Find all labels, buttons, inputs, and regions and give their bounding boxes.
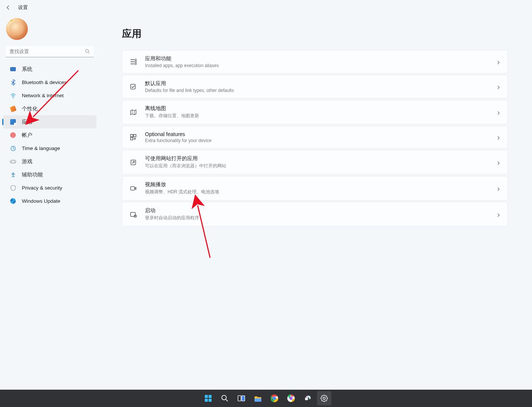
svg-rect-9 — [135, 63, 137, 65]
svg-point-6 — [12, 172, 14, 173]
card-title: 可使用网站打开的应用 — [145, 155, 489, 162]
apps-websites-icon — [129, 158, 137, 167]
window-title: 设置 — [18, 4, 28, 11]
sidebar-item--[interactable]: 个性化 — [3, 102, 96, 115]
svg-point-5 — [14, 162, 15, 162]
taskview-button[interactable] — [234, 391, 248, 405]
card-title: 默认应用 — [145, 80, 489, 87]
system-icon — [10, 66, 16, 72]
chevron-right-icon — [496, 186, 501, 191]
paint-app[interactable] — [300, 391, 315, 405]
back-button[interactable] — [5, 5, 11, 11]
personalize-icon — [10, 106, 16, 112]
card-title: 应用和功能 — [145, 55, 489, 62]
svg-rect-22 — [205, 399, 208, 402]
card-apps-features[interactable]: 应用和功能Installed apps, app execution alias… — [122, 50, 508, 73]
accounts-icon — [10, 132, 16, 138]
sidebar-item--[interactable]: 帐户 — [3, 129, 96, 142]
card-offline-maps[interactable]: 离线地图下载、存储位置、地图更新 — [122, 100, 508, 124]
offline-maps-icon — [129, 108, 137, 116]
default-apps-icon — [129, 83, 137, 91]
sidebar-item-label: Time & language — [22, 145, 60, 151]
time-lang-icon — [10, 145, 16, 151]
sidebar-item-label: 帐户 — [22, 132, 32, 139]
settings-cards: 应用和功能Installed apps, app execution alias… — [122, 50, 508, 226]
svg-rect-3 — [10, 160, 16, 163]
titlebar: 设置 — [0, 0, 532, 15]
search-box[interactable] — [6, 46, 94, 57]
sidebar-item--[interactable]: 游戏 — [3, 155, 96, 168]
search-button[interactable] — [218, 391, 232, 405]
sidebar-item-windows-update[interactable]: Windows Update — [3, 194, 96, 208]
svg-point-39 — [323, 397, 325, 399]
svg-rect-20 — [205, 395, 208, 398]
gaming-icon — [10, 158, 16, 165]
svg-rect-16 — [131, 212, 136, 216]
sidebar-item-label: 系统 — [22, 66, 32, 73]
sidebar-item-label: Privacy & security — [22, 185, 62, 191]
card-apps-websites[interactable]: 可使用网站打开的应用可以在应用（而非浏览器）中打开的网站 — [122, 150, 508, 174]
start-button[interactable] — [201, 391, 215, 405]
bluetooth-icon — [10, 79, 16, 86]
arrow-left-icon — [6, 5, 11, 10]
card-default-apps[interactable]: 默认应用Defaults for file and link types, ot… — [122, 75, 508, 98]
apps-icon — [10, 119, 16, 125]
chevron-right-icon — [496, 84, 501, 89]
card-text: 视频播放视频调整、HDR 流式处理、电池选项 — [145, 181, 489, 195]
network-icon — [10, 92, 16, 99]
svg-rect-10 — [131, 84, 136, 89]
user-avatar-block[interactable] — [2, 15, 98, 46]
taskbar — [0, 390, 532, 407]
explorer-app[interactable] — [251, 391, 265, 405]
sidebar-item-label: Windows Update — [22, 198, 60, 204]
sidebar-item-label: 游戏 — [22, 158, 32, 165]
card-text: 应用和功能Installed apps, app execution alias… — [145, 55, 489, 68]
card-optional-features[interactable]: Optional featuresExtra functionality for… — [122, 126, 508, 148]
accessibility-icon — [10, 171, 16, 178]
search-input[interactable] — [6, 46, 94, 57]
svg-point-35 — [306, 397, 307, 398]
sidebar-item--[interactable]: 应用 — [3, 115, 96, 129]
svg-rect-8 — [135, 61, 137, 63]
card-title: 离线地图 — [145, 105, 489, 112]
chrome-app[interactable] — [267, 391, 282, 405]
svg-rect-15 — [131, 187, 135, 190]
sidebar-item-network-internet[interactable]: Network & internet — [3, 89, 96, 102]
svg-point-4 — [14, 161, 14, 162]
svg-rect-11 — [131, 135, 133, 137]
svg-rect-26 — [242, 396, 245, 401]
chevron-right-icon — [496, 135, 501, 139]
card-subtitle: Extra functionality for your device — [145, 138, 489, 143]
sidebar-item-label: 辅助功能 — [22, 171, 43, 178]
optional-features-icon — [129, 133, 137, 141]
card-text: Optional featuresExtra functionality for… — [145, 131, 489, 143]
privacy-icon — [10, 185, 16, 191]
svg-rect-21 — [209, 395, 212, 398]
sidebar-item-bluetooth-devices[interactable]: Bluetooth & devices — [3, 76, 96, 89]
svg-point-24 — [222, 395, 226, 400]
sidebar-nav: 系统Bluetooth & devicesNetwork & internet个… — [2, 62, 98, 208]
card-subtitle: 下载、存储位置、地图更新 — [145, 113, 489, 119]
card-title: 启动 — [145, 207, 489, 214]
sidebar-item--[interactable]: 辅助功能 — [3, 168, 96, 181]
sidebar-item-label: 个性化 — [22, 106, 38, 112]
sidebar-item-label: 应用 — [22, 119, 32, 125]
sidebar-item--[interactable]: 系统 — [3, 63, 96, 76]
card-startup[interactable]: 启动登录时自动启动的应用程序 — [122, 202, 508, 226]
settings-app[interactable] — [317, 391, 331, 405]
sidebar-item-time-language[interactable]: Time & language — [3, 142, 96, 155]
svg-rect-23 — [209, 399, 212, 402]
page-title: 应用 — [122, 27, 508, 40]
sidebar-item-privacy-security[interactable]: Privacy & security — [3, 181, 96, 194]
svg-point-34 — [290, 397, 293, 400]
chrome2-app[interactable] — [284, 391, 298, 405]
chevron-right-icon — [496, 160, 501, 165]
chevron-right-icon — [496, 60, 501, 64]
svg-rect-12 — [134, 135, 136, 137]
card-subtitle: 可以在应用（而非浏览器）中打开的网站 — [145, 163, 489, 169]
apps-features-icon — [129, 58, 137, 66]
startup-icon — [129, 210, 137, 219]
search-icon — [85, 49, 91, 55]
video-playback-icon — [129, 184, 137, 193]
card-video-playback[interactable]: 视频播放视频调整、HDR 流式处理、电池选项 — [122, 176, 508, 200]
